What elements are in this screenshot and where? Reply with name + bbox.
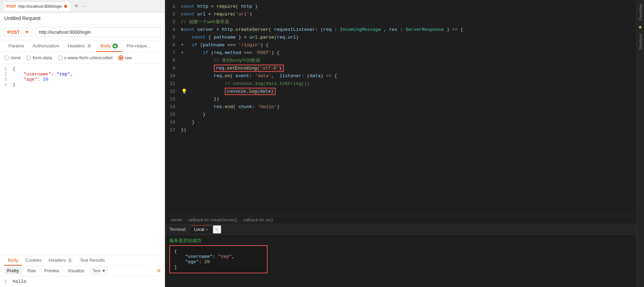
body-line-4: 4 } [4, 82, 160, 87]
radio-raw [118, 55, 123, 60]
editor-line-16: 16 } [165, 119, 644, 126]
editor-line-13: 13 }) [165, 95, 644, 103]
tab-dot [64, 5, 67, 8]
breadcrumb-server[interactable]: server [171, 218, 182, 222]
response-body: 1 hello [0, 276, 165, 287]
tab-params[interactable]: Params [4, 40, 28, 52]
radio-form-data [26, 55, 31, 60]
resp-visualize-btn[interactable]: Visualize [65, 267, 87, 274]
method-label: POST [7, 29, 20, 35]
resp-beautify-btn[interactable]: ≡ [157, 268, 160, 274]
breadcrumb-on[interactable]: callback for on() [243, 218, 273, 222]
structure-label[interactable]: Structure [638, 33, 643, 51]
tab-prerequest[interactable]: Pre-reque... [122, 40, 155, 52]
editor-line-4: ▼ 4 const server = http.createServer( re… [165, 26, 644, 34]
body-line-3: 3 "age": 20 [4, 77, 160, 82]
option-urlencoded[interactable]: x-www-form-urlencoded [58, 55, 113, 60]
fold-icon-6[interactable]: ▼ [181, 41, 183, 49]
request-body-editor[interactable]: 1 { 2 "username": "zep", 3 "age": 20 4 } [0, 64, 165, 255]
json-age-line: "age": 20 [174, 259, 263, 265]
breadcrumb-createserver[interactable]: callback for createServer() [188, 218, 237, 222]
resp-pretty-btn[interactable]: Pretty [4, 267, 22, 274]
resp-format-select[interactable]: Text ▼ [90, 267, 109, 274]
response-section: Body Cookies Headers 3 Test Results Pret… [0, 255, 165, 287]
favorites-label[interactable]: Favorites [638, 3, 643, 21]
resp-line-1: 1 hello [4, 279, 160, 284]
editor-line-5: 5 const { pathname } = url.parse(req.url… [165, 34, 644, 41]
editor-line-15: 15 } [165, 111, 644, 119]
body-line-1: 1 { [4, 66, 160, 72]
terminal-line-success: 服务器启动成功 [169, 238, 640, 244]
tab-prerequest-label: Pre-reque... [126, 43, 151, 48]
url-input[interactable] [35, 27, 160, 37]
tab-url: http://localhost:8000/login [18, 4, 62, 8]
resp-body-content: hello [13, 279, 26, 284]
body-line-2: 2 "username": "zep", [4, 72, 160, 77]
resp-preview-btn[interactable]: Preview [41, 267, 62, 274]
terminal-json-output: { "username": "zep", "age": 20 } [169, 245, 268, 273]
bulb-icon[interactable]: 💡 [181, 88, 187, 95]
resp-raw-btn[interactable]: Raw [25, 267, 39, 274]
tab-method: POST [7, 5, 16, 8]
terminal-add-button[interactable]: + [213, 225, 221, 234]
left-panel: POST http://localhost:8000/login + ··· U… [0, 0, 165, 287]
editor-line-1: 1 const http = require( http ) [165, 3, 644, 11]
headers-badge: 9 [86, 44, 92, 48]
editor-line-3: 3 // 创建一个web服务器 [165, 18, 644, 26]
terminal-label: Terminal: [169, 227, 186, 232]
fold-icon-7[interactable]: ▼ [181, 49, 183, 57]
favorites-star-icon: ★ [638, 24, 643, 30]
request-tab[interactable]: POST http://localhost:8000/login [3, 1, 71, 11]
resp-tab-body[interactable]: Body [4, 255, 22, 266]
method-chevron: ▼ [25, 29, 29, 35]
resp-tab-test-results[interactable]: Test Results [76, 255, 108, 266]
tab-body[interactable]: Body ● [96, 40, 122, 52]
tab-params-label: Params [8, 43, 24, 48]
json-username-line: "username": "zep", [174, 254, 263, 259]
tab-authorization-label: Authorization [33, 43, 59, 48]
response-nav-tabs: Body Cookies Headers 3 Test Results [0, 255, 165, 266]
resp-tab-cookies[interactable]: Cookies [22, 255, 45, 266]
editor-line-12: 💡 12 console.log(data) [165, 88, 644, 95]
radio-none [4, 55, 9, 60]
breadcrumb: server › callback for createServer() › c… [165, 216, 644, 224]
tab-headers-label: Headers [68, 43, 85, 48]
resp-tab-headers[interactable]: Headers 3 [45, 255, 77, 266]
url-row: POST ▼ [0, 24, 165, 40]
method-select[interactable]: POST ▼ [4, 28, 32, 36]
json-brace-open: { [174, 249, 263, 254]
terminal-section: Terminal: Local × + 服务器启动成功 { "username"… [165, 224, 644, 287]
editor-line-9: 9 req.setEncoding('utf-8') [165, 65, 644, 72]
terminal-body[interactable]: 服务器启动成功 { "username": "zep", "age": 20 } [165, 235, 644, 287]
terminal-tab-bar: Terminal: Local × + [165, 224, 644, 235]
radio-urlencoded [58, 55, 63, 60]
more-tabs-button[interactable]: ··· [82, 4, 85, 9]
option-form-data[interactable]: form-data [26, 55, 52, 60]
request-nav-tabs: Params Authorization Headers 9 Body ● Pr… [0, 40, 165, 52]
tab-headers[interactable]: Headers 9 [64, 40, 96, 52]
response-toolbar: Pretty Raw Preview Visualize Text ▼ ≡ [0, 266, 165, 276]
request-title: Untitled Request [0, 13, 165, 24]
option-raw[interactable]: raw [118, 55, 132, 60]
editor-line-6: ▼ 6 if (pathname === '/login') { [165, 41, 644, 49]
editor-line-14: 14 res.end( chunk: 'hello') [165, 103, 644, 111]
body-badge: ● [112, 44, 118, 48]
terminal-tab-close[interactable]: × [205, 227, 208, 232]
option-none[interactable]: none [4, 55, 21, 60]
resp-format-label: Text [93, 268, 100, 273]
editor-line-17: 17 }) [165, 126, 644, 134]
tab-authorization[interactable]: Authorization [28, 40, 64, 52]
editor-area: 1 const http = require( http ) 2 const u… [165, 0, 644, 216]
editor-line-2: 2 const url = require('url') [165, 11, 644, 18]
terminal-tab-local[interactable]: Local × [191, 225, 211, 233]
new-tab-button[interactable]: + [72, 2, 80, 11]
body-options: none form-data x-www-form-urlencoded raw [0, 52, 165, 64]
code-editor[interactable]: 1 const http = require( http ) 2 const u… [165, 0, 644, 216]
editor-line-11: 11 // console.log(data.toString()) [165, 80, 644, 88]
favorites-bar: Favorites ★ Structure [636, 0, 644, 287]
right-panel: 1 const http = require( http ) 2 const u… [165, 0, 644, 287]
tab-bar: POST http://localhost:8000/login + ··· [0, 0, 165, 13]
json-brace-close: } [174, 265, 263, 270]
fold-icon-4[interactable]: ▼ [181, 26, 183, 34]
tab-body-label: Body [100, 43, 111, 48]
